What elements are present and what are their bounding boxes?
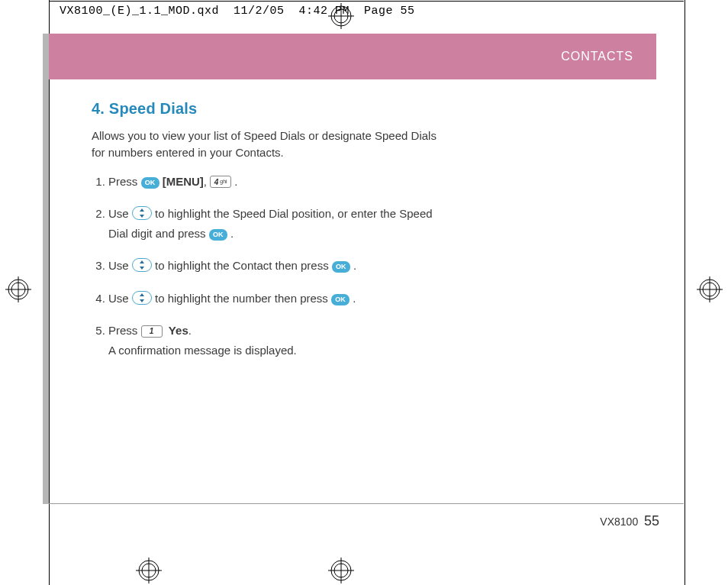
step-text: Press <box>108 324 141 337</box>
registration-mark-icon <box>328 3 354 29</box>
content-area: CONTACTS 4. Speed Dials Allows you to vi… <box>49 34 684 373</box>
section-intro: Allows you to view your list of Speed Di… <box>92 128 450 161</box>
step-4: Use to highlight the number then press O… <box>108 289 450 309</box>
banner-title: CONTACTS <box>561 50 633 63</box>
key-4-icon: 4ghi <box>210 176 231 188</box>
footer: VX8100 55 <box>600 513 659 529</box>
ok-key-icon: OK <box>331 294 350 305</box>
registration-mark-icon <box>136 558 162 583</box>
ok-key-icon: OK <box>141 177 159 189</box>
step-1: Press OK [MENU], 4ghi . <box>108 172 450 192</box>
step-text: Use <box>108 207 132 220</box>
step-3: Use to highlight the Contact then press … <box>108 256 450 276</box>
step-text: Press <box>108 175 141 188</box>
key-1-icon: 1 <box>141 325 163 338</box>
section-title: 4. Speed Dials <box>92 98 450 120</box>
footer-rule <box>49 503 684 504</box>
step-text: . <box>353 259 356 272</box>
steps-list: Press OK [MENU], 4ghi . Use to highlight… <box>92 172 450 361</box>
step-text: Use <box>108 292 132 305</box>
menu-label: [MENU] <box>163 175 204 188</box>
key-sub: ghi <box>220 177 227 186</box>
step-2: Use to highlight the Speed Dial position… <box>108 204 450 244</box>
section-banner: CONTACTS <box>49 34 656 79</box>
step-text: . <box>234 175 237 188</box>
key-digit: 1 <box>150 325 154 338</box>
step-5: Press 1 Yes. A confirmation message is d… <box>108 321 450 361</box>
step-text: . <box>353 292 356 305</box>
nav-key-icon <box>132 291 152 305</box>
nav-key-icon <box>132 206 152 220</box>
body-text: 4. Speed Dials Allows you to view your l… <box>92 98 450 360</box>
step-text: Use <box>108 259 132 272</box>
registration-mark-icon <box>697 276 723 302</box>
left-grey-stub <box>43 34 49 504</box>
step-text: to highlight the Contact then press <box>155 259 332 272</box>
step-text: A confirmation message is displayed. <box>108 344 297 357</box>
step-text: . <box>230 227 234 240</box>
footer-page-number: 55 <box>644 513 659 528</box>
yes-label: Yes <box>169 324 188 337</box>
registration-mark-icon <box>5 276 31 302</box>
print-header: VX8100_(E)_1.1_MOD.qxd 11/2/05 4:42 PM P… <box>60 5 415 18</box>
step-text: to highlight the Speed Dial position, or… <box>108 207 433 240</box>
step-text: . <box>188 324 192 337</box>
nav-key-icon <box>132 258 152 272</box>
ok-key-icon: OK <box>209 229 227 241</box>
step-text: , <box>204 175 210 188</box>
ok-key-icon: OK <box>332 261 350 273</box>
step-text: to highlight the number then press <box>155 292 331 305</box>
key-digit: 4 <box>214 176 219 189</box>
registration-mark-icon <box>328 558 354 583</box>
footer-model: VX8100 <box>600 516 638 528</box>
